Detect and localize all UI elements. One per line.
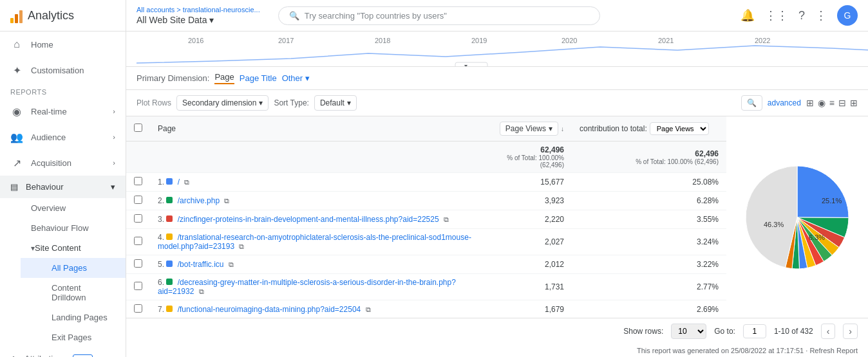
help-icon[interactable]: ? <box>798 9 805 23</box>
plot-rows-button[interactable]: Plot Rows <box>137 98 171 107</box>
sidebar-item-acquisition[interactable]: ↗ Acquisition › <box>0 150 126 176</box>
row-checkbox[interactable] <box>134 259 142 268</box>
table-body: 1. / ⧉ 15,677 25.08% 2. /archive.php ⧉ 3… <box>126 173 726 318</box>
prev-page-button[interactable]: ‹ <box>821 324 836 339</box>
sidebar-sub-label: Content Drilldown <box>52 283 115 302</box>
bell-icon[interactable]: 🔔 <box>741 8 755 23</box>
goto-input[interactable] <box>743 324 766 338</box>
sidebar-item-customisation[interactable]: ✦ Customisation <box>0 57 126 83</box>
site-selector[interactable]: All Web Site Data ▾ <box>137 15 260 25</box>
sort-arrow-icon[interactable]: ↓ <box>561 125 564 133</box>
external-link-icon[interactable]: ⧉ <box>199 288 204 295</box>
row-number: 2. <box>158 196 164 205</box>
grid-view-icon[interactable]: ⊞ <box>806 98 814 108</box>
table-search-input[interactable]: 🔍 <box>741 95 762 111</box>
show-rows-select[interactable]: 10 25 50 100 500 <box>671 324 706 339</box>
row-checkbox[interactable] <box>134 304 142 313</box>
advanced-link[interactable]: advanced <box>768 98 801 107</box>
sidebar-sub-label: Landing Pages <box>52 313 108 322</box>
dropdown-arrow-icon: ▾ <box>209 15 214 25</box>
pie-chart-container: 25.1% 46.3% 6.3% <box>726 116 868 318</box>
contribution-column-header: contribution to total: Page Views <box>572 116 726 142</box>
sort-type-label: Sort Type: <box>274 98 308 107</box>
row-number: 4. <box>158 233 164 242</box>
external-link-icon[interactable]: ⧉ <box>444 215 449 223</box>
chevron-icon: › <box>113 133 115 141</box>
color-indicator <box>166 215 173 222</box>
pivot-view-icon[interactable]: ⊞ <box>850 98 858 108</box>
page-link[interactable]: /functional-neuroimaging-data-mining.php… <box>178 305 361 314</box>
secondary-dimension-dropdown[interactable]: Secondary dimension ▾ <box>176 95 269 111</box>
page-link[interactable]: / <box>178 178 180 187</box>
row-number: 3. <box>158 215 164 224</box>
sidebar-item-behaviour[interactable]: ▤ Behaviour ▾ <box>0 176 126 198</box>
avatar[interactable]: G <box>837 5 858 26</box>
sidebar-item-home[interactable]: ⌂ Home <box>0 32 126 57</box>
dimension-page[interactable]: Page <box>214 72 234 84</box>
customisation-icon: ✦ <box>10 64 23 77</box>
row-checkbox[interactable] <box>134 177 142 185</box>
sidebar-item-attribution[interactable]: ◈ Attribution BETA <box>0 347 126 357</box>
sidebar-sub-item-overview[interactable]: Overview <box>0 198 126 218</box>
pie-view-icon[interactable]: ◉ <box>818 98 826 108</box>
page-cell: 6. /decreasing-grey-matter-in-multiple-s… <box>150 274 480 300</box>
chevron-down-icon: ▾ <box>111 182 115 192</box>
main-content: All accounts > translational-neuroscie..… <box>126 0 868 357</box>
sidebar-sub-item-site-content[interactable]: ▾ Site Content <box>0 238 126 258</box>
external-link-icon[interactable]: ⧉ <box>224 197 229 205</box>
sidebar-item-audience[interactable]: 👥 Audience › <box>0 124 126 150</box>
page-link[interactable]: /translational-research-on-amyotrophicla… <box>158 233 471 251</box>
compare-view-icon[interactable]: ⊟ <box>838 98 846 108</box>
select-all-header[interactable] <box>126 116 150 142</box>
color-indicator <box>166 279 173 285</box>
search-bar[interactable]: 🔍 Try searching "Top countries by users" <box>278 6 600 25</box>
select-all-checkbox[interactable] <box>134 124 142 132</box>
chevron-icon: › <box>113 107 115 115</box>
external-link-icon[interactable]: ⧉ <box>239 243 244 250</box>
next-page-button[interactable]: › <box>843 324 858 339</box>
sort-default-dropdown[interactable]: Default ▾ <box>314 95 357 111</box>
row-checkbox[interactable] <box>134 196 142 204</box>
timeline-area: 2016 2017 2018 2019 2020 2021 2022 ▾ <box>126 32 868 67</box>
sidebar-item-realtime[interactable]: ◉ Real-time › <box>0 98 126 124</box>
sidebar-sub-item-exit-pages[interactable]: Exit Pages <box>21 327 126 347</box>
total-label <box>150 142 480 173</box>
sidebar-sub-item-all-pages[interactable]: All Pages <box>21 258 126 278</box>
color-indicator <box>166 306 173 312</box>
total-page-views-2: 62,496 % of Total: 100.00% (62,496) <box>572 142 726 173</box>
dimension-other[interactable]: Other ▾ <box>282 73 310 83</box>
sidebar-sub-item-landing-pages[interactable]: Landing Pages <box>21 307 126 327</box>
dimension-page-title[interactable]: Page Title <box>240 73 277 83</box>
sidebar-sub-item-content-drilldown[interactable]: Content Drilldown <box>21 278 126 307</box>
page-link[interactable]: /bot-traffic.icu <box>178 260 224 269</box>
views-cell: 15,677 <box>480 173 572 192</box>
chevron-down-icon: ▾ <box>549 124 552 133</box>
row-number: 5. <box>158 260 164 269</box>
primary-dimension-label: Primary Dimension: <box>137 73 209 83</box>
view-icons: ⊞ ◉ ≡ ⊟ ⊞ <box>806 98 858 108</box>
show-rows-label: Show rows: <box>623 327 663 336</box>
table-row: 6. /decreasing-grey-matter-in-multiple-s… <box>126 274 726 300</box>
more-icon[interactable]: ⋮ <box>815 8 827 23</box>
sidebar-sub-item-behaviour-flow[interactable]: Behaviour Flow <box>0 218 126 238</box>
table-section-wrapper: Page Page Views ▾ ↓ <box>126 116 868 318</box>
external-link-icon[interactable]: ⧉ <box>366 306 371 313</box>
external-link-icon[interactable]: ⧉ <box>184 178 189 186</box>
search-icon: 🔍 <box>747 98 757 107</box>
secondary-dimension-label: Secondary dimension <box>182 98 256 107</box>
row-checkbox[interactable] <box>134 214 142 223</box>
page-link[interactable]: /zincfinger-proteins-in-brain-developmen… <box>178 215 439 224</box>
sidebar: Analytics ⌂ Home ✦ Customisation REPORTS… <box>0 0 126 357</box>
list-view-icon[interactable]: ≡ <box>829 98 835 108</box>
external-link-icon[interactable]: ⧉ <box>229 261 234 268</box>
report-footer: This report was generated on 25/08/2022 … <box>126 344 868 357</box>
page-views-dropdown[interactable]: Page Views ▾ <box>500 122 558 136</box>
apps-icon[interactable]: ⋮⋮ <box>765 8 788 23</box>
contribution-metric-dropdown[interactable]: Page Views <box>650 122 709 135</box>
row-checkbox[interactable] <box>134 282 142 290</box>
pct-cell: 3.55% <box>572 210 726 229</box>
sidebar-nav: ⌂ Home ✦ Customisation REPORTS ◉ Real-ti… <box>0 32 126 357</box>
row-checkbox[interactable] <box>134 237 142 245</box>
site-content-submenu: All Pages Content Drilldown Landing Page… <box>0 258 126 347</box>
page-link[interactable]: /archive.php <box>178 196 220 205</box>
